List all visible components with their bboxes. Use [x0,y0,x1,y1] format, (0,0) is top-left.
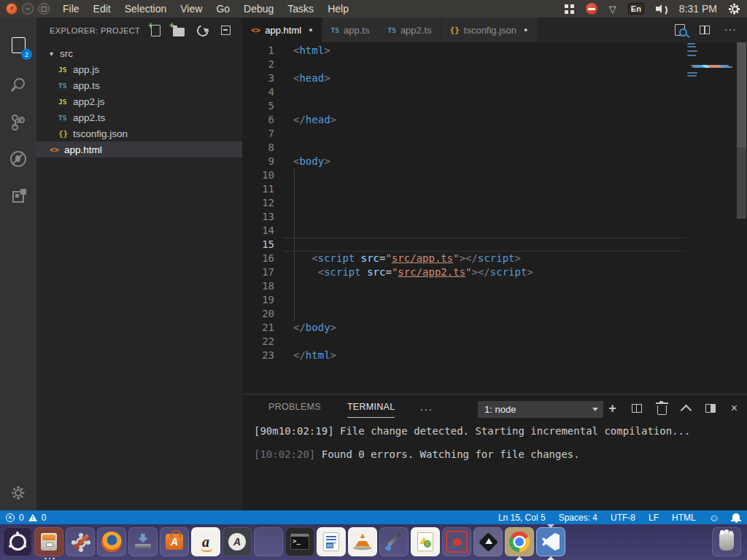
inkscape-launcher[interactable] [473,527,503,556]
tab-app.html[interactable]: <>app.html● [242,18,322,42]
refresh-icon[interactable] [195,23,210,38]
tree-item-label: app2.ts [73,112,105,123]
amazon-launcher[interactable] [191,527,220,556]
line-number: 8 [242,141,274,155]
indentation[interactable]: Spaces: 4 [559,513,597,523]
firefox-launcher[interactable] [97,527,126,556]
window-minimize-button[interactable]: − [22,3,34,15]
tab-app2.ts[interactable]: TSapp2.ts [379,18,441,42]
libreoffice-draw-launcher[interactable] [411,527,440,556]
file-manager-launcher[interactable] [34,527,63,556]
screen-recorder-launcher[interactable] [442,527,471,556]
vscode-launcher[interactable] [536,527,565,556]
panel-expand-icon[interactable] [680,404,692,416]
focused-indicator [547,524,554,528]
split-editor-icon[interactable] [700,26,710,34]
notifications-bell-icon[interactable] [732,513,740,520]
editor-more-actions-icon[interactable]: ··· [724,28,737,32]
problems-status[interactable]: 0 0 [0,513,46,523]
panel-maximize-icon[interactable] [705,404,716,413]
menu-selection[interactable]: Selection [125,3,167,15]
new-folder-icon[interactable] [173,28,185,36]
panel-more-tabs-icon[interactable]: ··· [419,402,433,415]
software-center-launcher[interactable] [222,527,252,556]
split-terminal-icon[interactable] [632,404,642,413]
keyboard-layout-indicator[interactable]: En [628,3,644,15]
activity-search[interactable] [0,67,36,102]
language-mode[interactable]: HTML [672,513,696,523]
menu-tasks[interactable]: Tasks [287,3,314,15]
tab-terminal[interactable]: TERMINAL [347,402,395,415]
workspace-grid-icon[interactable] [565,4,574,14]
ubuntu-software-launcher[interactable] [160,527,189,556]
session-gear-icon[interactable] [729,4,740,15]
new-file-icon[interactable] [151,25,160,36]
network-menu-icon[interactable]: ▽ [609,4,616,14]
tab-app.ts[interactable]: TSapp.ts [322,18,379,42]
system-settings-launcher[interactable] [66,527,95,556]
file-tsconfig.json[interactable]: {}tsconfig.json [36,125,242,141]
terminal-launcher[interactable] [285,527,314,556]
software-center-icon [228,533,246,551]
terminal-output[interactable]: [90m10:02:19] File change detected. Star… [254,425,740,510]
code-line: </head> [285,113,686,127]
terminal-select[interactable]: 1: node [478,401,603,418]
trash-launcher[interactable] [712,527,741,556]
file-app2.ts[interactable]: TSapp2.ts [36,109,242,125]
ubuntu-dash-launcher[interactable] [3,527,32,556]
kill-terminal-icon[interactable] [657,405,667,415]
tree-item-label: app.js [73,64,99,75]
activity-settings[interactable] [0,475,36,510]
activity-debug[interactable] [0,141,36,176]
menu-debug[interactable]: Debug [244,3,274,15]
eol-sequence[interactable]: LF [649,513,659,523]
software-updater-launcher[interactable] [128,527,158,556]
menu-go[interactable]: Go [216,3,230,15]
file-app2.js[interactable]: JSapp2.js [36,93,242,109]
file-app.html[interactable]: <>app.html [36,141,242,158]
ts-file-icon: TS [58,114,73,122]
vlc-launcher[interactable] [348,527,377,556]
html-file-icon: <> [50,145,64,155]
file-app.js[interactable]: JSapp.js [36,61,242,77]
menu-file[interactable]: File [63,3,80,15]
encoding[interactable]: UTF-8 [611,513,635,523]
minimap[interactable] [687,42,735,394]
line-number: 18 [242,279,274,293]
dropdown-arrow-icon [592,408,598,414]
chrome-launcher[interactable] [505,527,534,556]
folder-src[interactable]: ▾src [36,45,242,61]
editor-scrollbar[interactable] [736,42,747,394]
color-picker-launcher[interactable] [379,527,409,556]
code-editor[interactable]: 1234567891011121314151617181920212223 <h… [242,42,747,394]
volume-icon[interactable] [656,4,667,14]
libreoffice-writer-launcher[interactable] [317,527,346,556]
menu-view[interactable]: View [180,3,202,15]
collapse-all-icon[interactable] [221,26,231,35]
deluge-launcher[interactable] [254,527,283,556]
line-number: 10 [242,168,274,182]
new-terminal-icon[interactable]: + [608,402,616,415]
scrollbar-thumb[interactable] [737,42,746,219]
feedback-smiley-icon[interactable]: ☺ [709,513,719,523]
modified-dot-icon: ● [309,26,312,34]
notifications-blocked-icon[interactable] [586,3,597,15]
cursor-position[interactable]: Ln 15, Col 5 [498,513,546,523]
vlc-icon [355,534,370,547]
file-app.ts[interactable]: TSapp.ts [36,77,242,93]
menu-help[interactable]: Help [328,3,349,15]
window-close-button[interactable]: × [6,3,18,15]
tab-problems[interactable]: PROBLEMS [268,402,321,415]
open-preview-icon[interactable] [675,24,685,36]
activity-explorer[interactable]: 2 [0,28,36,63]
panel-close-icon[interactable]: × [731,402,738,414]
tab-tsconfig.json[interactable]: {}tsconfig.json● [441,18,538,42]
menu-edit[interactable]: Edit [93,3,111,15]
firefox-icon [101,532,122,552]
amazon-icon [202,534,209,549]
clock[interactable]: 8:31 PM [679,3,717,15]
activity-source-control[interactable] [0,105,36,140]
terminal-icon [290,534,309,550]
window-maximize-button[interactable]: ▢ [38,3,50,15]
activity-extensions[interactable] [0,179,36,214]
